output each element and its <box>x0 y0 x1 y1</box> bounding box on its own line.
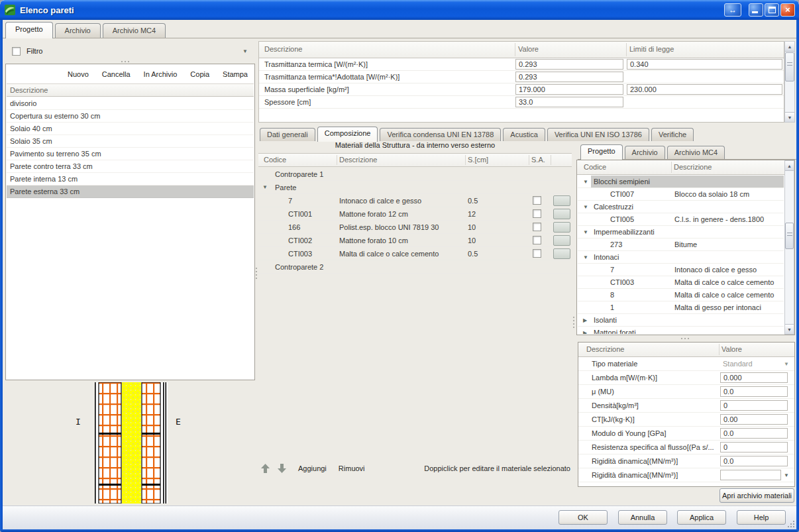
value-field[interactable]: 0.0 <box>720 386 788 397</box>
col-spessore[interactable]: S.[cm] <box>468 156 488 164</box>
property-row[interactable]: Resistenza specifica al flusso[(Pa s/...… <box>578 441 794 454</box>
list-item[interactable]: Solaio 35 cm <box>7 135 254 148</box>
valore-field[interactable]: 0.293 <box>515 72 623 82</box>
filtro-collapse-icon[interactable]: ▼ <box>242 48 248 54</box>
tab-progetto[interactable]: Progetto <box>5 22 53 38</box>
tree-material-row[interactable]: CTI003Malta di calce o calce cemento <box>578 276 784 289</box>
col-descrizione[interactable]: Descrizione <box>339 156 377 164</box>
dropdown-icon[interactable]: ▼ <box>784 468 789 482</box>
col-sa[interactable]: S.A. <box>531 156 545 164</box>
list-item[interactable]: Pavimento su terreno 35 cm <box>7 148 254 160</box>
scroll-down-icon[interactable]: ▼ <box>785 112 794 122</box>
property-row[interactable]: Densità[kg/m³]0 <box>578 399 794 413</box>
tree-group-row[interactable]: ▼Intonaci <box>578 251 784 264</box>
col-descrizione[interactable]: Descrizione <box>674 163 712 171</box>
col-valore[interactable]: Valore <box>721 345 742 353</box>
resize-grip[interactable] <box>787 520 794 527</box>
tree-material-row[interactable]: 273Bitume <box>578 239 784 251</box>
toolbar-stampa-button[interactable]: Stampa <box>223 70 248 78</box>
archive-tab-progetto[interactable]: Progetto <box>580 144 623 160</box>
detail-tab-verifica-condensa-uni-en-13788[interactable]: Verifica condensa UNI EN 13788 <box>380 128 501 141</box>
sa-checkbox[interactable] <box>533 209 541 218</box>
help-button[interactable]: Help <box>737 510 786 525</box>
close-button[interactable]: × <box>780 3 795 17</box>
splitter-handle[interactable] <box>256 268 257 280</box>
value-select[interactable] <box>720 470 781 480</box>
apri-archivio-materiali-button[interactable]: Apri archivio materiali <box>719 488 794 503</box>
expand-icon[interactable]: ▼ <box>262 181 268 194</box>
toolbar-copia-button[interactable]: Copia <box>190 70 209 78</box>
value-field[interactable]: 0.000 <box>720 372 788 383</box>
layer-group-row[interactable]: Controparete 1 <box>258 168 572 181</box>
rimuovi-button[interactable]: Rimuovi <box>339 464 365 472</box>
property-row[interactable]: Rigidità dinamica[(MN/m³)]0.0 <box>578 454 794 468</box>
material-row[interactable]: CTI003Malta di calce o calce cemento0.5 <box>258 247 572 260</box>
material-color-button[interactable] <box>553 235 570 246</box>
property-row[interactable]: Lambda m[W/(m·K)]0.000 <box>578 371 794 385</box>
aggiungi-button[interactable]: Aggiungi <box>298 464 327 472</box>
list-item[interactable]: Solaio 40 cm <box>7 123 254 135</box>
tree-group-row[interactable]: ▼Blocchi semipieni <box>578 176 784 188</box>
valore-field[interactable]: 0.293 <box>515 59 623 70</box>
material-color-button[interactable] <box>553 195 570 206</box>
col-codice[interactable]: Codice <box>264 156 286 164</box>
scroll-down-icon[interactable]: ▼ <box>785 324 794 334</box>
tree-group-row[interactable]: ▼Impermeabilizzanti <box>578 226 784 239</box>
sa-checkbox[interactable] <box>533 249 541 258</box>
list-item[interactable]: Copertura su esterno 30 cm <box>7 110 254 123</box>
collapse-icon[interactable]: ▶ <box>583 327 587 334</box>
move-down-icon[interactable] <box>278 464 286 473</box>
tree-material-row[interactable]: CTI005C.l.s. in genere - dens.1800 <box>578 213 784 226</box>
expand-icon[interactable]: ▼ <box>583 226 588 239</box>
property-row[interactable]: CT[kJ/(kg·K)]0.00 <box>578 413 794 427</box>
material-color-button[interactable] <box>553 222 570 233</box>
detail-tab-dati-generali[interactable]: Dati generali <box>260 128 315 141</box>
tree-group-row[interactable]: ▶Mattoni forati <box>578 327 784 334</box>
property-row[interactable]: Rigidità dinamica[(MN/m³)]▼ <box>578 468 794 482</box>
walls-list-header[interactable]: Descrizione <box>7 83 254 97</box>
list-item[interactable]: Parete contro terra 33 cm <box>7 160 254 173</box>
material-row[interactable]: CTI002Mattone forato 10 cm10 <box>258 234 572 247</box>
col-limiti[interactable]: Limiti di legge <box>629 45 674 53</box>
limite-field[interactable]: 0.340 <box>627 59 782 70</box>
material-row[interactable]: 7Intonaco di calce e gesso0.5 <box>258 194 572 207</box>
scrollbar-vertical[interactable]: ▲ ▼ <box>784 160 794 335</box>
valore-field[interactable]: 179.000 <box>515 84 623 95</box>
layer-group-row[interactable]: Controparete 2 <box>258 260 572 274</box>
collapse-icon[interactable]: ▶ <box>583 314 587 327</box>
tree-material-row[interactable]: 8Malta di calce o calce cemento <box>578 289 784 301</box>
property-row[interactable]: Modulo di Young [GPa]0.0 <box>578 427 794 441</box>
col-codice[interactable]: Codice <box>584 163 606 171</box>
list-item[interactable]: Parete esterna 33 cm <box>7 186 254 198</box>
scroll-up-icon[interactable]: ▲ <box>785 161 794 171</box>
splitter-handle[interactable] <box>121 61 129 62</box>
material-color-button[interactable] <box>553 209 570 219</box>
expand-icon[interactable]: ▼ <box>583 201 588 213</box>
splitter-handle[interactable] <box>681 338 689 339</box>
resize-button[interactable]: ↔ <box>724 3 741 17</box>
splitter-handle[interactable] <box>573 317 574 329</box>
material-row[interactable]: 166Polist.esp. blocco UNI 7819 3010 <box>258 221 572 234</box>
applica-button[interactable]: Applica <box>677 510 726 525</box>
detail-tab-acustica[interactable]: Acustica <box>503 128 545 141</box>
table-row[interactable]: Trasmittanza termica [W/(m²·K)]0.2930.34… <box>259 58 784 71</box>
col-valore[interactable]: Valore <box>518 45 539 53</box>
col-descrizione[interactable]: Descrizione <box>264 45 302 53</box>
table-row[interactable]: Spessore [cm]33.0 <box>259 96 784 109</box>
filtro-checkbox[interactable] <box>12 47 21 56</box>
sa-checkbox[interactable] <box>533 196 541 205</box>
tree-group-row[interactable]: ▼Calcestruzzi <box>578 201 784 213</box>
value-field[interactable]: 0.00 <box>720 414 788 425</box>
detail-tab-verifiche[interactable]: Verifiche <box>651 128 694 141</box>
scrollbar-thumb[interactable] <box>785 223 794 249</box>
archive-tab-archivio-mc4[interactable]: Archivio MC4 <box>667 146 725 159</box>
detail-tab-verifica-uni-en-iso-13786[interactable]: Verifica UNI EN ISO 13786 <box>547 128 649 141</box>
annulla-button[interactable]: Annulla <box>618 510 667 525</box>
list-item[interactable]: divisorio <box>7 97 254 110</box>
valore-field[interactable]: 33.0 <box>515 97 623 107</box>
col-descrizione[interactable]: Descrizione <box>586 345 624 353</box>
value-field[interactable]: 0.0 <box>720 456 788 466</box>
expand-icon[interactable]: ▼ <box>583 176 588 188</box>
value-field[interactable]: 0 <box>720 400 788 411</box>
tab-archivio-mc4[interactable]: Archivio MC4 <box>103 23 166 38</box>
